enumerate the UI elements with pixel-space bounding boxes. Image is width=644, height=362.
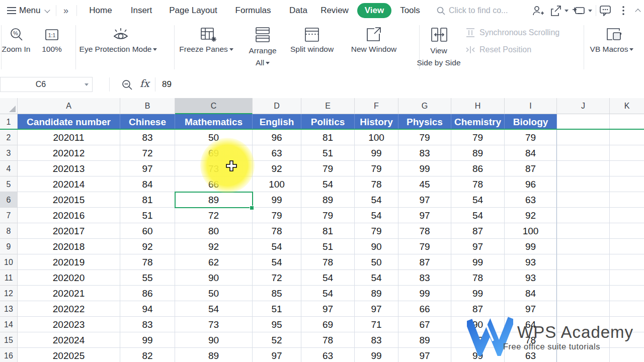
cell-G13[interactable]: 66 [398, 301, 451, 317]
cell-F5[interactable]: 78 [355, 176, 398, 192]
name-box[interactable]: C6 [0, 77, 93, 92]
cell-K13[interactable] [610, 301, 644, 317]
cell-I4[interactable]: 87 [505, 161, 557, 176]
cell-B4[interactable]: 97 [120, 161, 175, 176]
cell-A1[interactable]: Candidate number [18, 114, 120, 130]
cell-D7[interactable]: 79 [253, 208, 301, 223]
cell-A14[interactable]: 202023 [18, 317, 120, 332]
cell-C11[interactable]: 90 [175, 270, 253, 286]
cell-K5[interactable] [610, 176, 644, 192]
cell-K11[interactable] [610, 270, 644, 286]
cell-D13[interactable]: 51 [253, 301, 301, 317]
row-header-7[interactable]: 7 [0, 208, 18, 223]
split-window-icon[interactable] [304, 27, 320, 43]
cell-B7[interactable]: 51 [120, 208, 175, 223]
cell-A3[interactable]: 202012 [18, 145, 120, 161]
cell-H4[interactable]: 86 [451, 161, 505, 176]
cell-B15[interactable]: 99 [120, 332, 175, 348]
cell-J2[interactable] [557, 130, 610, 145]
cell-B12[interactable]: 86 [120, 286, 175, 301]
cell-G15[interactable]: 89 [398, 332, 451, 348]
row-header-4[interactable]: 4 [0, 161, 18, 176]
cell-E12[interactable]: 54 [301, 286, 355, 301]
more-options-kebab-icon[interactable] [622, 6, 625, 16]
cell-K3[interactable] [610, 145, 644, 161]
cell-J4[interactable] [557, 161, 610, 176]
zoom-in-icon[interactable]: % [9, 27, 24, 42]
new-window-icon[interactable] [365, 27, 382, 43]
cell-K10[interactable] [610, 254, 644, 270]
cell-D1[interactable]: English [253, 114, 301, 130]
row-header-12[interactable]: 12 [0, 286, 18, 301]
tab-view[interactable]: View [357, 3, 391, 18]
column-header-C[interactable]: C [175, 98, 253, 114]
cell-G1[interactable]: Physics [398, 114, 451, 130]
cell-F14[interactable]: 71 [355, 317, 398, 332]
cell-I11[interactable]: 93 [505, 270, 557, 286]
cell-D9[interactable]: 54 [253, 239, 301, 254]
cell-J12[interactable] [557, 286, 610, 301]
eye-protection-icon[interactable] [112, 27, 130, 42]
cell-K8[interactable] [610, 223, 644, 239]
select-all-corner[interactable] [0, 98, 18, 114]
cell-B1[interactable]: Chinese [120, 114, 175, 130]
cell-K1[interactable] [610, 114, 644, 130]
cell-J5[interactable] [557, 176, 610, 192]
cell-C7[interactable]: 72 [175, 208, 253, 223]
row-header-10[interactable]: 10 [0, 254, 18, 270]
cell-A16[interactable]: 202025 [18, 348, 120, 362]
cell-C15[interactable]: 90 [175, 332, 253, 348]
column-header-G[interactable]: G [398, 98, 451, 114]
collapse-ribbon-icon[interactable] [635, 9, 640, 14]
zoom-100-icon[interactable]: 1:1 [45, 28, 59, 42]
cell-C1[interactable]: Mathematics [175, 114, 253, 130]
row-header-16[interactable]: 16 [0, 348, 18, 362]
row-header-3[interactable]: 3 [0, 145, 18, 161]
view-side-by-side-button[interactable]: View Side by Side [414, 45, 464, 69]
cell-C12[interactable]: 50 [175, 286, 253, 301]
cell-J7[interactable] [557, 208, 610, 223]
cell-E3[interactable]: 51 [301, 145, 355, 161]
cell-K12[interactable] [610, 286, 644, 301]
cell-H9[interactable]: 97 [451, 239, 505, 254]
zoom-100-button[interactable]: 100% [34, 45, 69, 54]
cell-D6[interactable]: 99 [253, 192, 301, 208]
cell-H2[interactable]: 79 [451, 130, 505, 145]
cell-K16[interactable] [610, 348, 644, 362]
search-icon[interactable] [437, 7, 445, 15]
cell-F16[interactable]: 99 [355, 348, 398, 362]
cell-D16[interactable]: 97 [253, 348, 301, 362]
cell-D10[interactable]: 54 [253, 254, 301, 270]
cell-E10[interactable]: 78 [301, 254, 355, 270]
cell-A15[interactable]: 202024 [18, 332, 120, 348]
cell-F8[interactable]: 79 [355, 223, 398, 239]
cell-G16[interactable]: 97 [398, 348, 451, 362]
cell-H10[interactable]: 99 [451, 254, 505, 270]
cell-F4[interactable]: 79 [355, 161, 398, 176]
cell-H11[interactable]: 78 [451, 270, 505, 286]
cell-K7[interactable] [610, 208, 644, 223]
tab-data[interactable]: Data [288, 0, 309, 21]
row-header-8[interactable]: 8 [0, 223, 18, 239]
cell-H8[interactable]: 87 [451, 223, 505, 239]
vb-macros-button[interactable]: VB Macros [584, 45, 640, 54]
cell-J8[interactable] [557, 223, 610, 239]
view-side-by-side-icon[interactable] [431, 27, 448, 43]
cell-G12[interactable]: 99 [398, 286, 451, 301]
cell-F15[interactable]: 83 [355, 332, 398, 348]
cell-F11[interactable]: 54 [355, 270, 398, 286]
search-input[interactable]: Click to find co... [449, 0, 508, 21]
cell-H7[interactable]: 54 [451, 208, 505, 223]
cell-K6[interactable] [610, 192, 644, 208]
cell-C14[interactable]: 73 [175, 317, 253, 332]
cell-F3[interactable]: 99 [355, 145, 398, 161]
cell-B6[interactable]: 81 [120, 192, 175, 208]
column-header-I[interactable]: I [505, 98, 557, 114]
cell-A2[interactable]: 202011 [18, 130, 120, 145]
freeze-panes-button[interactable]: Freeze Panes [174, 45, 239, 54]
cell-A5[interactable]: 202014 [18, 176, 120, 192]
cell-F7[interactable]: 54 [355, 208, 398, 223]
column-header-H[interactable]: H [451, 98, 505, 114]
menu-chevron-down-icon[interactable] [44, 7, 50, 13]
row-header-11[interactable]: 11 [0, 270, 18, 286]
